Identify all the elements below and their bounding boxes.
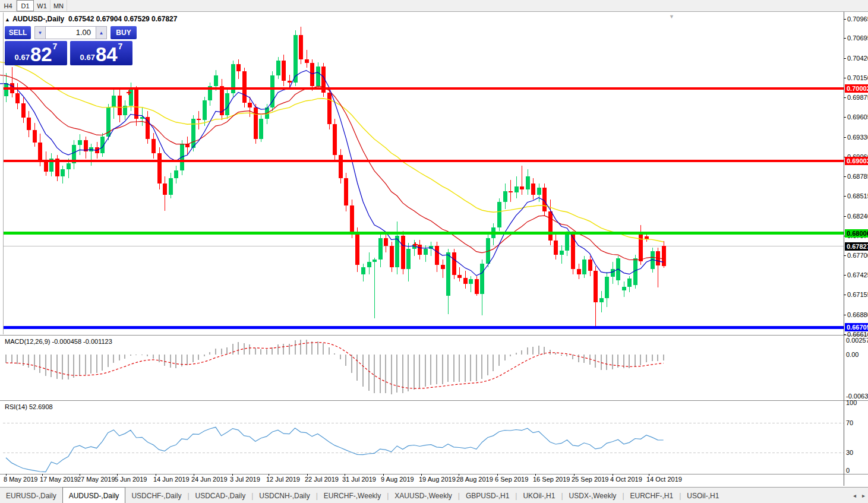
- chart-tab-bar: EURUSD-,DailyAUDUSD-,DailyUSDCHF-,Daily|…: [0, 487, 868, 503]
- price-axis-label: 0.70150: [847, 74, 868, 81]
- date-axis-label: 27 May 2019: [77, 476, 115, 483]
- ohlc-values: 0.67542 0.67904 0.67529 0.67827: [68, 15, 178, 23]
- price-axis-label: 0.66880: [847, 311, 868, 318]
- chart-tab-xauusd-weekly[interactable]: XAUUSD-,Weekly: [389, 488, 457, 503]
- macd-label: MACD(12,26,9) -0.000458 -0.001123: [5, 338, 112, 345]
- chart-tab-eurusd-daily[interactable]: EURUSD-,Daily: [0, 488, 62, 503]
- chart-tab-usdcnh-daily[interactable]: USDCNH-,Daily: [253, 488, 315, 503]
- buy-price-button[interactable]: 0.67 84 7: [70, 41, 132, 65]
- price-axis-label: 0.69330: [847, 134, 868, 141]
- date-axis-label: 22 Jul 2019: [305, 476, 339, 483]
- chart-tab-ukoil-h1[interactable]: UKOil-,H1: [517, 488, 561, 503]
- chart-tab-eurchf-weekly[interactable]: EURCHF-,Weekly: [318, 488, 387, 503]
- price-axis-label: 0.68240: [847, 213, 868, 220]
- rsi-scale-label: 30: [846, 449, 853, 456]
- date-axis-label: 3 Jul 2019: [230, 476, 260, 483]
- buy-price-pip: 7: [118, 42, 123, 51]
- date-axis-label: 8 May 2019: [4, 476, 37, 483]
- one-click-trade-panel: SELL ▼ 1.00 ▲ BUY 0.67 82 7 0.67 84 7: [5, 26, 137, 65]
- date-axis-label: 28 Aug 2019: [456, 476, 493, 483]
- macd-scale-label: 0.00: [846, 351, 858, 358]
- chart-tab-usoil-h1[interactable]: USOil-,H1: [681, 488, 725, 503]
- buy-button[interactable]: BUY: [111, 26, 137, 39]
- chart-tab-usdx-weekly[interactable]: USDX-,Weekly: [563, 488, 623, 503]
- sell-price-prefix: 0.67: [15, 53, 30, 62]
- buy-price-prefix: 0.67: [80, 53, 95, 62]
- sell-button[interactable]: SELL: [5, 26, 31, 39]
- date-axis-label: 4 Oct 2019: [610, 476, 642, 483]
- scale-anchor-icon[interactable]: ▼: [669, 14, 674, 20]
- timeframe-button-mn[interactable]: MN: [50, 0, 67, 11]
- chart-tab-gbpusd-h1[interactable]: GBPUSD-,H1: [460, 488, 515, 503]
- date-axis-label: 14 Jun 2019: [153, 476, 190, 483]
- chart-tab-usdchf-daily[interactable]: USDCHF-,Daily: [125, 488, 187, 503]
- mt4-window: H4D1W1MN ▲AUDUSD-,Daily 0.67542 0.67904 …: [0, 0, 868, 503]
- price-axis-label: 0.69605: [847, 113, 868, 121]
- rsi-scale-label: 100: [846, 399, 857, 406]
- chart-title: ▲AUDUSD-,Daily 0.67542 0.67904 0.67529 0…: [5, 15, 177, 23]
- price-axis-label: 0.67425: [847, 271, 868, 279]
- price-axis-label: 0.68785: [847, 173, 868, 180]
- tab-scroll-left-icon[interactable]: ◂: [850, 492, 859, 499]
- date-axis-label: 16 Sep 2019: [533, 476, 570, 483]
- price-line-tag: 0.66705: [845, 323, 868, 331]
- price-axis-label: 0.68515: [847, 192, 868, 200]
- chart-canvas[interactable]: [0, 0, 868, 503]
- date-axis-label: 12 Jul 2019: [266, 476, 300, 483]
- date-axis-label: 19 Aug 2019: [419, 476, 456, 483]
- rsi-label: RSI(14) 52.6908: [5, 403, 53, 410]
- timeframe-button-w1[interactable]: W1: [34, 0, 50, 11]
- rsi-scale-label: 0: [846, 467, 850, 474]
- price-axis-label: 0.70965: [847, 15, 868, 23]
- buy-price-big: 84: [96, 46, 118, 64]
- price-axis-label: 0.69875: [847, 94, 868, 101]
- date-axis-label: 25 Sep 2019: [572, 476, 608, 483]
- volume-decrease-icon[interactable]: ▼: [34, 26, 46, 39]
- price-axis-label: 0.67155: [847, 291, 868, 298]
- collapse-icon[interactable]: ▲: [5, 17, 10, 23]
- date-axis-label: 5 Jun 2019: [115, 476, 147, 483]
- volume-input[interactable]: 1.00: [46, 26, 96, 39]
- price-line-tag: 0.70002: [845, 84, 868, 93]
- date-axis-label: 31 Jul 2019: [342, 476, 376, 483]
- price-axis-label: 0.70420: [847, 55, 868, 62]
- date-axis-label: 9 Aug 2019: [381, 476, 414, 483]
- price-axis-label: 0.70695: [847, 34, 868, 42]
- rsi-scale-label: 70: [846, 419, 853, 426]
- timeframe-button-h4[interactable]: H4: [0, 0, 17, 11]
- price-axis-label: 0.67700: [847, 252, 868, 259]
- symbol-label: AUDUSD-,Daily: [12, 15, 64, 23]
- volume-increase-icon[interactable]: ▲: [96, 26, 107, 39]
- sell-price-button[interactable]: 0.67 82 7: [5, 41, 67, 65]
- date-axis-label: 6 Sep 2019: [495, 476, 528, 483]
- chart-tab-usdcad-daily[interactable]: USDCAD-,Daily: [190, 488, 252, 503]
- timeframe-toolbar: H4D1W1MN: [0, 0, 868, 12]
- sell-price-big: 82: [30, 46, 52, 64]
- tab-scroll-right-icon[interactable]: ▸: [859, 492, 868, 499]
- current-price-tag: 0.67827: [845, 242, 868, 251]
- chart-tab-audusd-daily[interactable]: AUDUSD-,Daily: [62, 487, 126, 503]
- price-line-tag: 0.68006: [845, 229, 868, 238]
- date-axis-label: 14 Oct 2019: [646, 476, 682, 483]
- date-axis-label: 24 Jun 2019: [191, 476, 228, 483]
- chart-tab-eurchf-h1[interactable]: EURCHF-,H1: [624, 488, 680, 503]
- date-axis-label: 17 May 2019: [40, 476, 78, 483]
- price-line-tag: 0.69003: [845, 157, 868, 165]
- timeframe-button-d1[interactable]: D1: [17, 0, 34, 11]
- sell-price-pip: 7: [53, 42, 58, 51]
- macd-scale-label: 0.002574: [846, 337, 868, 344]
